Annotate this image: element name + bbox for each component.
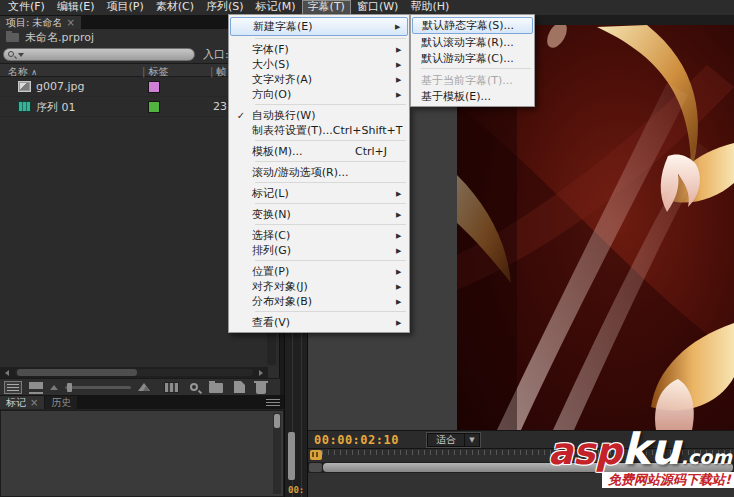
panel-menu-icon[interactable]: [266, 397, 280, 407]
menu-item-shortcut: Ctrl+Shift+T: [333, 124, 403, 137]
menu-item[interactable]: 模板(M)...Ctrl+J: [230, 144, 408, 159]
menu-item-label: 基于模板(E)...: [421, 89, 521, 104]
list-view-icon[interactable]: [4, 381, 22, 394]
menu-item-label: 默认滚动字幕(R)...: [421, 35, 521, 50]
menu-item[interactable]: 变换(N)▶: [230, 207, 408, 222]
label-color-swatch[interactable]: [148, 101, 160, 113]
submenu-arrow-icon: ▶: [396, 283, 408, 291]
submenu-arrow-icon: ▶: [396, 319, 408, 327]
close-icon[interactable]: ×: [67, 18, 75, 28]
sliver-vscroll-thumb[interactable]: [288, 432, 295, 480]
menu-item-label: 分布对象(B): [252, 294, 396, 309]
menu-item[interactable]: 对齐对象(J)▶: [230, 279, 408, 294]
menu-item[interactable]: 查看(V)▶: [230, 315, 408, 330]
search-caret-icon: [18, 53, 24, 57]
scroll-handle-icon[interactable]: [309, 463, 322, 472]
project-hscrollbar[interactable]: [0, 367, 268, 378]
menubar-item[interactable]: 窗口(W): [351, 0, 404, 15]
menu-item[interactable]: 选择(C)▶: [230, 228, 408, 243]
menu-item[interactable]: 位置(P)▶: [230, 264, 408, 279]
watermark-brand-white: ku: [621, 424, 680, 474]
menu-item[interactable]: 排列(G)▶: [230, 243, 408, 258]
submenu-arrow-icon: ▶: [396, 268, 408, 276]
menu-separator: [255, 182, 406, 183]
tab-markers[interactable]: 标记×: [0, 396, 44, 409]
menubar-item[interactable]: 素材(C): [150, 0, 200, 15]
sequence-icon: [18, 101, 31, 112]
menu-item[interactable]: 默认静态字幕(S)...: [412, 17, 533, 34]
item-name[interactable]: 序列 01: [36, 100, 76, 115]
thumbnail-zoom-slider[interactable]: [65, 386, 131, 389]
menu-separator: [255, 140, 406, 141]
menu-item[interactable]: 新建字幕(E)▶: [230, 17, 408, 36]
close-icon[interactable]: ×: [30, 398, 38, 408]
menu-item[interactable]: 字体(F)▶: [230, 42, 408, 57]
menu-item[interactable]: 默认滚动字幕(R)...: [412, 34, 533, 50]
menu-item-shortcut: Ctrl+J: [355, 145, 387, 158]
menubar-item[interactable]: 标记(M): [250, 0, 302, 15]
new-item-icon[interactable]: [234, 381, 245, 393]
menu-item[interactable]: 分布对象(B)▶: [230, 294, 408, 309]
trash-icon[interactable]: [256, 383, 266, 394]
menu-item-label: 字体(F): [252, 42, 396, 57]
filter-label: 入口:: [203, 47, 229, 62]
menu-item[interactable]: 标记(L)▶: [230, 186, 408, 201]
menubar-item[interactable]: 序列(S): [200, 0, 250, 15]
menubar-item[interactable]: 帮助(H): [404, 0, 455, 15]
item-name[interactable]: g007.jpg: [36, 80, 85, 93]
hscroll-thumb[interactable]: [17, 369, 137, 376]
current-timecode[interactable]: 00:00:02:10: [314, 433, 399, 447]
menu-item-label: 选择(C): [252, 228, 396, 243]
menu-item[interactable]: 文字对齐(A)▶: [230, 72, 408, 87]
tab-history[interactable]: 历史: [45, 396, 77, 409]
menu-item-label: 变换(N): [252, 207, 396, 222]
sort-asc-icon: ∧: [31, 68, 37, 77]
menu-item[interactable]: 基于当前字幕(T)...: [412, 72, 533, 88]
menu-item-label: 默认静态字幕(S)...: [422, 18, 520, 33]
menu-item-label: 位置(P): [252, 264, 396, 279]
automate-to-sequence-icon[interactable]: [164, 382, 179, 393]
menu-item-label: 标记(L): [252, 186, 396, 201]
scroll-left-icon[interactable]: [2, 368, 12, 377]
tab-project[interactable]: 项目: 未命名 ×: [0, 16, 81, 29]
menu-item[interactable]: 大小(S)▶: [230, 57, 408, 72]
submenu-arrow-icon: ▶: [396, 247, 408, 255]
icon-view-icon[interactable]: [29, 382, 43, 392]
menu-item[interactable]: 方向(O)▶: [230, 87, 408, 102]
submenu-arrow-icon: ▶: [396, 211, 408, 219]
menu-item[interactable]: 滚动/游动选项(R)...: [230, 165, 408, 180]
find-icon[interactable]: [190, 383, 198, 391]
zoom-level-dropdown[interactable]: 适合 ▼: [427, 433, 480, 447]
menu-item-label: 基于当前字幕(T)...: [421, 73, 521, 88]
menubar-item[interactable]: 字幕(T): [302, 0, 351, 15]
label-color-swatch[interactable]: [148, 81, 160, 93]
watermark-tagline: 免费网站源码下载站!: [602, 472, 734, 488]
site-watermark: aspku.com 免费网站源码下载站!: [474, 428, 734, 488]
sliver-timecode-fragment: 00:: [288, 485, 304, 495]
menubar-item[interactable]: 文件(F): [2, 0, 51, 15]
menu-item[interactable]: 制表符设置(T)...Ctrl+Shift+T: [230, 123, 408, 138]
zoom-in-icon[interactable]: [138, 383, 150, 391]
menubar-item[interactable]: 编辑(E): [51, 0, 101, 15]
tab-project-label: 项目: 未命名: [6, 16, 63, 29]
markers-content: [0, 410, 284, 497]
menu-item-label: 制表符设置(T)...: [252, 123, 333, 138]
submenu-arrow-icon: ▶: [396, 61, 408, 69]
menubar-item[interactable]: 项目(P): [100, 0, 149, 15]
menu-separator: [255, 104, 406, 105]
playhead-marker-icon[interactable]: [310, 450, 322, 460]
menu-item[interactable]: ✓自动换行(W): [230, 108, 408, 123]
menu-item[interactable]: 默认游动字幕(C)...: [412, 50, 533, 66]
search-input[interactable]: [3, 48, 195, 61]
menu-item-label: 默认游动字幕(C)...: [421, 51, 521, 66]
zoom-out-icon[interactable]: [50, 385, 58, 390]
submenu-arrow-icon: ▶: [395, 23, 407, 31]
menu-item-label: 方向(O): [252, 87, 396, 102]
new-bin-icon[interactable]: [209, 383, 223, 393]
menu-item-label: 对齐对象(J): [252, 279, 396, 294]
submenu-arrow-icon: ▶: [396, 91, 408, 99]
scroll-right-icon[interactable]: [256, 368, 266, 377]
markers-vscrollbar[interactable]: [273, 413, 281, 494]
submenu-arrow-icon: ▶: [396, 190, 408, 198]
menu-item[interactable]: 基于模板(E)...: [412, 88, 533, 104]
